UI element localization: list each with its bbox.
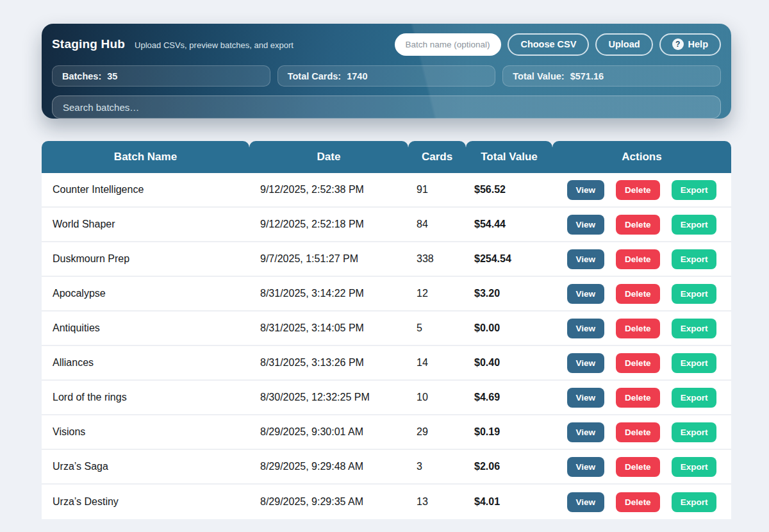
actions-button-group: ViewDeleteExport: [552, 388, 731, 408]
column-header-actions: Actions: [552, 141, 731, 173]
export-button[interactable]: Export: [672, 319, 717, 338]
batch-name-cell: Counter Intelligence: [42, 173, 249, 208]
view-button[interactable]: View: [567, 215, 605, 235]
batch-name-cell: Alliances: [42, 346, 249, 381]
delete-button[interactable]: Delete: [616, 388, 660, 408]
delete-button[interactable]: Delete: [616, 319, 660, 338]
stats-row: Batches: 35 Total Cards: 1740 Total Valu…: [52, 65, 721, 87]
help-button[interactable]: ? Help: [659, 33, 721, 56]
delete-button[interactable]: Delete: [616, 180, 660, 200]
export-button[interactable]: Export: [672, 388, 717, 408]
batch-name-cell: Antiquities: [42, 312, 249, 346]
batch-name-cell: Lord of the rings: [42, 381, 249, 415]
export-button[interactable]: Export: [672, 492, 717, 512]
table-row: Apocalypse8/31/2025, 3:14:22 PM12$3.20Vi…: [42, 277, 731, 312]
total-value-cell: $0.40: [466, 346, 552, 381]
view-button[interactable]: View: [567, 319, 605, 338]
stat-total-cards-value: 1740: [347, 71, 367, 81]
delete-button[interactable]: Delete: [616, 492, 660, 512]
total-value-cell: $254.54: [466, 242, 552, 277]
actions-cell: ViewDeleteExport: [552, 381, 731, 415]
date-cell: 8/29/2025, 9:29:35 AM: [249, 485, 408, 519]
actions-cell: ViewDeleteExport: [552, 450, 731, 485]
export-button[interactable]: Export: [672, 180, 717, 200]
choose-csv-button[interactable]: Choose CSV: [508, 33, 589, 56]
delete-button[interactable]: Delete: [616, 284, 660, 304]
header-top-row: Staging Hub Upload CSVs, preview batches…: [52, 32, 721, 56]
actions-cell: ViewDeleteExport: [552, 277, 731, 312]
actions-button-group: ViewDeleteExport: [552, 180, 731, 200]
table-body: Counter Intelligence9/12/2025, 2:52:38 P…: [42, 173, 731, 519]
total-value-cell: $56.52: [466, 173, 552, 208]
view-button[interactable]: View: [567, 353, 605, 373]
table-row: Lord of the rings8/30/2025, 12:32:25 PM1…: [42, 381, 731, 415]
search-batches-input[interactable]: [52, 96, 721, 119]
cards-count-cell: 91: [408, 173, 466, 208]
export-button[interactable]: Export: [672, 284, 717, 304]
actions-cell: ViewDeleteExport: [552, 312, 731, 346]
actions-cell: ViewDeleteExport: [552, 346, 731, 381]
choose-csv-label: Choose CSV: [520, 39, 576, 49]
actions-button-group: ViewDeleteExport: [552, 457, 731, 477]
export-button[interactable]: Export: [672, 249, 717, 269]
table-row: World Shaper9/12/2025, 2:52:18 PM84$54.4…: [42, 208, 731, 242]
actions-button-group: ViewDeleteExport: [552, 422, 731, 442]
total-value-cell: $3.20: [466, 277, 552, 312]
export-button[interactable]: Export: [672, 457, 717, 477]
view-button[interactable]: View: [567, 457, 605, 477]
table-header: Batch Name Date Cards Total Value Action…: [42, 141, 731, 173]
total-value-cell: $2.06: [466, 450, 552, 485]
delete-button[interactable]: Delete: [616, 353, 660, 373]
cards-count-cell: 14: [408, 346, 466, 381]
table-row: Counter Intelligence9/12/2025, 2:52:38 P…: [42, 173, 731, 208]
date-cell: 8/31/2025, 3:14:22 PM: [249, 277, 408, 312]
upload-label: Upload: [608, 39, 640, 49]
question-mark-icon: ?: [672, 38, 684, 50]
stat-total-value-label: Total Value:: [513, 71, 564, 81]
batch-name-cell: Urza’s Destiny: [42, 485, 249, 519]
help-label: Help: [688, 39, 708, 49]
batch-name-cell: Urza’s Saga: [42, 450, 249, 485]
actions-button-group: ViewDeleteExport: [552, 249, 731, 269]
actions-button-group: ViewDeleteExport: [552, 319, 731, 338]
view-button[interactable]: View: [567, 284, 605, 304]
batch-name-cell: Duskmourn Prep: [42, 242, 249, 277]
view-button[interactable]: View: [567, 388, 605, 408]
page-subtitle: Upload CSVs, preview batches, and export: [135, 40, 294, 50]
stat-total-cards-label: Total Cards:: [288, 71, 342, 81]
total-value-cell: $4.69: [466, 381, 552, 415]
batch-name-cell: Apocalypse: [42, 277, 249, 312]
export-button[interactable]: Export: [672, 353, 717, 373]
total-value-cell: $4.01: [466, 485, 552, 519]
staging-hub-header: Staging Hub Upload CSVs, preview batches…: [42, 24, 731, 119]
delete-button[interactable]: Delete: [616, 249, 660, 269]
view-button[interactable]: View: [567, 249, 605, 269]
delete-button[interactable]: Delete: [616, 457, 660, 477]
actions-cell: ViewDeleteExport: [552, 415, 731, 450]
table-row: Urza’s Destiny8/29/2025, 9:29:35 AM13$4.…: [42, 485, 731, 519]
view-button[interactable]: View: [567, 492, 605, 512]
upload-button[interactable]: Upload: [595, 33, 652, 56]
export-button[interactable]: Export: [672, 215, 717, 235]
date-cell: 8/29/2025, 9:29:48 AM: [249, 450, 408, 485]
stat-batches: Batches: 35: [52, 65, 270, 87]
batch-name-cell: Visions: [42, 415, 249, 450]
actions-cell: ViewDeleteExport: [552, 173, 731, 208]
page-title: Staging Hub: [52, 37, 125, 51]
stat-total-value-value: $571.16: [570, 71, 604, 81]
batch-name-input[interactable]: [395, 33, 501, 56]
delete-button[interactable]: Delete: [616, 422, 660, 442]
search-row: [52, 96, 721, 119]
table-row: Urza’s Saga8/29/2025, 9:29:48 AM3$2.06Vi…: [42, 450, 731, 485]
stat-batches-label: Batches:: [62, 71, 101, 81]
table-row: Duskmourn Prep9/7/2025, 1:51:27 PM338$25…: [42, 242, 731, 277]
actions-cell: ViewDeleteExport: [552, 208, 731, 242]
actions-button-group: ViewDeleteExport: [552, 284, 731, 304]
delete-button[interactable]: Delete: [616, 215, 660, 235]
export-button[interactable]: Export: [672, 422, 717, 442]
date-cell: 9/12/2025, 2:52:18 PM: [249, 208, 408, 242]
view-button[interactable]: View: [567, 180, 605, 200]
view-button[interactable]: View: [567, 422, 605, 442]
actions-cell: ViewDeleteExport: [552, 485, 731, 519]
date-cell: 8/30/2025, 12:32:25 PM: [249, 381, 408, 415]
